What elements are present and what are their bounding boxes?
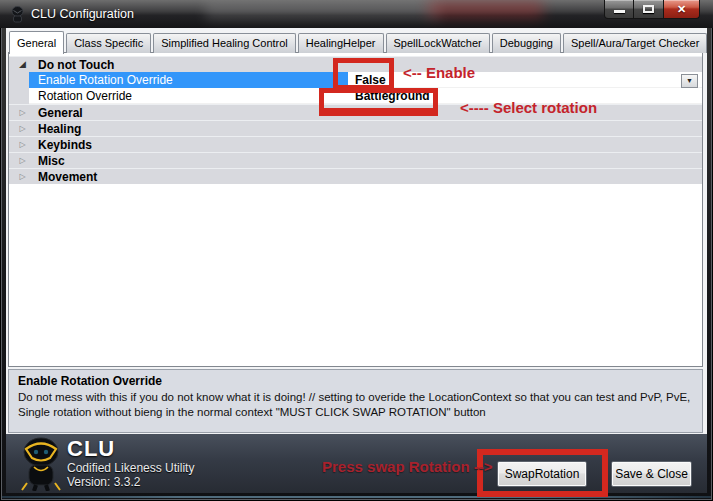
close-icon: ✕ <box>677 3 686 15</box>
category-label: Do not Touch <box>29 57 114 72</box>
tab-class-specific[interactable]: Class Specific <box>66 33 151 53</box>
swap-rotation-button[interactable]: SwapRotation <box>497 461 587 487</box>
chevron-down-icon: ▼ <box>686 77 693 84</box>
value-dropdown-button[interactable]: ▼ <box>681 74 698 88</box>
annotation-box-battleground <box>319 88 438 116</box>
tab-strip: General Class Specific Simplified Healin… <box>9 30 709 53</box>
description-title: Enable Rotation Override <box>18 374 693 388</box>
tab-debugging[interactable]: Debugging <box>492 33 561 53</box>
expand-icon[interactable]: ▷ <box>16 105 29 120</box>
property-name[interactable]: Enable Rotation Override <box>29 72 348 88</box>
description-pane: Enable Rotation Override Do not mess wit… <box>8 369 703 433</box>
tab-general[interactable]: General <box>9 31 64 54</box>
background-window-blur <box>205 3 440 20</box>
maximize-icon <box>643 5 654 13</box>
save-close-button[interactable]: Save & Close <box>611 461 692 487</box>
close-button[interactable]: ✕ <box>663 0 700 19</box>
expand-icon[interactable]: ▷ <box>16 121 29 136</box>
tab-healinghelper[interactable]: HealingHelper <box>298 33 384 53</box>
app-name: CLU <box>67 436 115 462</box>
category-healing[interactable]: ▷ Healing <box>9 120 702 136</box>
minimize-button[interactable] <box>604 0 634 19</box>
category-movement[interactable]: ▷ Movement <box>9 168 702 184</box>
category-label: Keybinds <box>29 137 92 152</box>
tab-simplified-healing-control[interactable]: Simplified Healing Control <box>153 33 296 53</box>
minimize-icon <box>614 10 625 13</box>
annotation-press-swap: Press swap Rotation --> <box>322 458 492 475</box>
expand-icon[interactable]: ▷ <box>16 153 29 168</box>
expand-icon[interactable]: ▷ <box>16 169 29 184</box>
category-misc[interactable]: ▷ Misc <box>9 152 702 168</box>
category-label: Movement <box>29 169 97 184</box>
app-icon <box>10 6 25 23</box>
category-label: Misc <box>29 153 65 168</box>
annotation-select-rotation: <---- Select rotation <box>460 99 597 116</box>
description-body: Do not mess with this if you do not know… <box>18 390 693 420</box>
expand-icon[interactable]: ▷ <box>16 137 29 152</box>
window-title: CLU Configuration <box>31 0 134 28</box>
row-gutter <box>9 72 29 88</box>
annotation-box-false <box>333 58 394 90</box>
collapse-icon[interactable]: ◢ <box>16 57 29 72</box>
property-name[interactable]: Rotation Override <box>29 88 348 104</box>
titlebar[interactable]: CLU Configuration ✕ <box>0 0 713 28</box>
maximize-button[interactable] <box>634 0 663 19</box>
clu-logo <box>14 436 68 491</box>
annotation-enable: <-- Enable <box>403 64 475 81</box>
tab-spell-aura-target-checker[interactable]: Spell/Aura/Target Checker <box>563 33 707 53</box>
caption-buttons: ✕ <box>604 0 700 19</box>
category-label: Healing <box>29 121 81 136</box>
row-gutter <box>9 88 29 104</box>
category-label: General <box>29 105 83 120</box>
app-version: Version: 3.3.2 <box>67 475 140 489</box>
property-value-enable-rotation-override[interactable]: False <box>348 72 702 88</box>
app-subtitle: Codified Likeness Utility <box>67 461 194 475</box>
category-keybinds[interactable]: ▷ Keybinds <box>9 136 702 152</box>
background-window-blur-red <box>428 1 543 17</box>
clu-configuration-window: CLU Configuration ✕ General Class Specif… <box>0 0 713 501</box>
tab-spelllockwatcher[interactable]: SpellLockWatcher <box>386 33 490 53</box>
